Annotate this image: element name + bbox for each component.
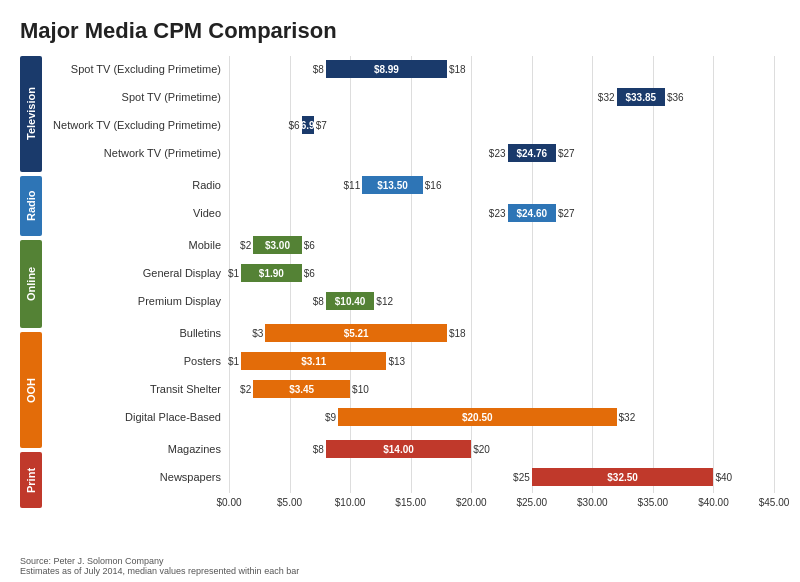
bar-row: Spot TV (Excluding Primetime)$8.99$8$18 <box>44 56 780 82</box>
bar-min-label: $11 <box>344 180 363 191</box>
bar-row: Digital Place-Based$20.50$9$32 <box>44 404 780 430</box>
bar-area: $3.00$2$6 <box>229 236 780 254</box>
bar-segment: $3.45 <box>253 380 350 398</box>
footer-line1: Source: Peter J. Solomon Company <box>20 556 299 566</box>
bar-area: $33.85$32$36 <box>229 88 780 106</box>
category-label-ooh: OOH <box>20 332 42 448</box>
bar-min-label: $32 <box>598 92 617 103</box>
bar-max-label: $18 <box>447 328 466 339</box>
bar-row-label: Video <box>44 207 229 219</box>
x-axis-label-2: $10.00 <box>335 497 366 508</box>
bar-row: Transit Shelter$3.45$2$10 <box>44 376 780 402</box>
bar-row: Mobile$3.00$2$6 <box>44 232 780 258</box>
bar-area: $14.00$8$20 <box>229 440 780 458</box>
bar-row-label: Magazines <box>44 443 229 455</box>
bar-area: $3.11$1$13 <box>229 352 780 370</box>
bar-row-label: Spot TV (Excluding Primetime) <box>44 63 229 75</box>
bar-area: $24.60$23$27 <box>229 204 780 222</box>
bar-rows: Spot TV (Excluding Primetime)$8.99$8$18S… <box>44 56 780 490</box>
bar-area: $10.40$8$12 <box>229 292 780 310</box>
x-axis-labels: $0.00$5.00$10.00$15.00$20.00$25.00$30.00… <box>229 497 780 515</box>
bar-min-label: $23 <box>489 148 508 159</box>
x-axis-label-1: $5.00 <box>277 497 302 508</box>
bar-max-label: $20 <box>471 444 490 455</box>
bar-row-label: Posters <box>44 355 229 367</box>
bar-row: Bulletins$5.21$3$18 <box>44 320 780 346</box>
bar-segment: $24.60 <box>508 204 556 222</box>
bar-segment: $14.00 <box>326 440 471 458</box>
bar-min-label: $1 <box>228 268 241 279</box>
bar-segment: $20.50 <box>338 408 617 426</box>
bar-min-label: $2 <box>240 384 253 395</box>
bar-row: Posters$3.11$1$13 <box>44 348 780 374</box>
bar-min-label: $25 <box>513 472 532 483</box>
bar-max-label: $13 <box>386 356 405 367</box>
bar-min-label: $3 <box>252 328 265 339</box>
bar-area: $1.90$1$6 <box>229 264 780 282</box>
bar-min-label: $9 <box>325 412 338 423</box>
bar-max-label: $27 <box>556 148 575 159</box>
bar-row: Network TV (Primetime)$24.76$23$27 <box>44 140 780 166</box>
bar-row: General Display$1.90$1$6 <box>44 260 780 286</box>
bar-row: Spot TV (Primetime)$33.85$32$36 <box>44 84 780 110</box>
bar-max-label: $36 <box>665 92 684 103</box>
bar-segment: $24.76 <box>508 144 556 162</box>
bar-row: Video$24.60$23$27 <box>44 200 780 226</box>
bar-segment: $8.99 <box>326 60 447 78</box>
footer-line2: Estimates as of July 2014, median values… <box>20 566 299 576</box>
category-label-radio: Radio <box>20 176 42 236</box>
x-axis-label-3: $15.00 <box>395 497 426 508</box>
bar-min-label: $8 <box>313 444 326 455</box>
bar-area: $32.50$25$40 <box>229 468 780 486</box>
category-label-television: Television <box>20 56 42 172</box>
chart-footer: Source: Peter J. Solomon Company Estimat… <box>20 556 299 576</box>
bar-min-label: $8 <box>313 296 326 307</box>
x-axis-label-5: $25.00 <box>516 497 547 508</box>
bar-max-label: $27 <box>556 208 575 219</box>
bar-area: $8.99$8$18 <box>229 60 780 78</box>
bar-segment: $32.50 <box>532 468 714 486</box>
x-axis-spacer <box>44 497 229 515</box>
bar-row-label: Network TV (Primetime) <box>44 147 229 159</box>
x-axis-label-4: $20.00 <box>456 497 487 508</box>
bar-max-label: $40 <box>713 472 732 483</box>
bar-row-label: Digital Place-Based <box>44 411 229 423</box>
bar-max-label: $6 <box>302 240 315 251</box>
bar-segment: $6.92 <box>302 116 314 134</box>
chart-body: TelevisionRadioOnlineOOHPrint Spot TV (E… <box>20 56 780 515</box>
bar-segment: $33.85 <box>617 88 665 106</box>
bar-area: $3.45$2$10 <box>229 380 780 398</box>
bar-min-label: $8 <box>313 64 326 75</box>
bar-row: Magazines$14.00$8$20 <box>44 436 780 462</box>
bar-min-label: $1 <box>228 356 241 367</box>
grid-and-rows: Spot TV (Excluding Primetime)$8.99$8$18S… <box>44 56 780 493</box>
bar-segment: $10.40 <box>326 292 374 310</box>
x-axis-label-0: $0.00 <box>216 497 241 508</box>
bar-segment: $3.11 <box>241 352 386 370</box>
bar-segment: $3.00 <box>253 236 301 254</box>
x-axis-label-8: $40.00 <box>698 497 729 508</box>
bar-max-label: $6 <box>302 268 315 279</box>
bar-area: $20.50$9$32 <box>229 408 780 426</box>
x-axis: $0.00$5.00$10.00$15.00$20.00$25.00$30.00… <box>44 497 780 515</box>
bar-min-label: $2 <box>240 240 253 251</box>
bar-row: Radio$13.50$11$16 <box>44 172 780 198</box>
bar-row-label: Bulletins <box>44 327 229 339</box>
bar-row-label: Mobile <box>44 239 229 251</box>
rows-area: Spot TV (Excluding Primetime)$8.99$8$18S… <box>44 56 780 515</box>
bar-segment: $1.90 <box>241 264 302 282</box>
bar-max-label: $18 <box>447 64 466 75</box>
bar-min-label: $6 <box>289 120 302 131</box>
bar-max-label: $12 <box>374 296 393 307</box>
bar-row-label: Newspapers <box>44 471 229 483</box>
bar-row: Newspapers$32.50$25$40 <box>44 464 780 490</box>
bar-area: $5.21$3$18 <box>229 324 780 342</box>
bar-row-label: Transit Shelter <box>44 383 229 395</box>
bar-row-label: Network TV (Excluding Primetime) <box>44 119 229 131</box>
bar-segment: $5.21 <box>265 324 447 342</box>
bar-max-label: $7 <box>314 120 327 131</box>
bar-row-label: Radio <box>44 179 229 191</box>
x-axis-label-9: $45.00 <box>759 497 790 508</box>
chart-container: Major Media CPM Comparison TelevisionRad… <box>0 0 800 582</box>
bar-area: $24.76$23$27 <box>229 144 780 162</box>
